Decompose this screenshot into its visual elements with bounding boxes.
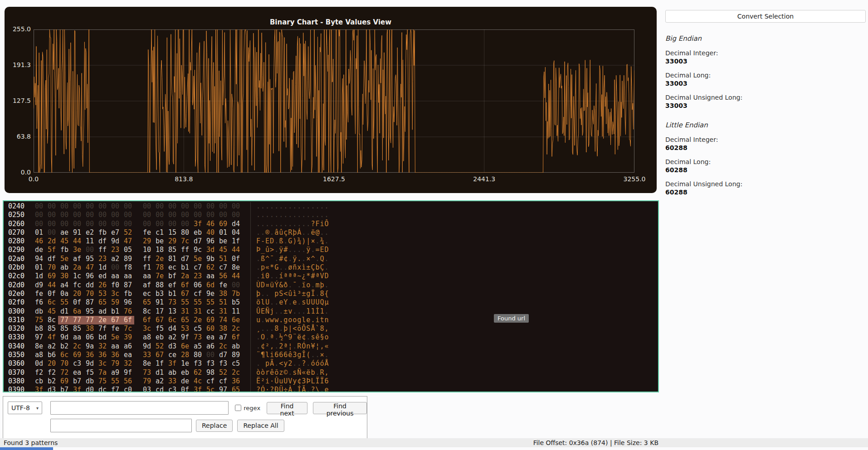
hex-byte[interactable]: 77: [83, 316, 96, 324]
ascii-char[interactable]: .: [270, 298, 274, 306]
hex-byte[interactable]: af: [71, 255, 83, 263]
ascii-char[interactable]: .: [270, 324, 274, 333]
hex-byte[interactable]: a2: [153, 377, 166, 386]
hex-byte[interactable]: 85: [166, 246, 179, 254]
hex-byte[interactable]: 36: [96, 351, 109, 359]
hex-byte[interactable]: 95: [83, 307, 96, 316]
hex-byte[interactable]: 38: [217, 290, 229, 298]
replace-input[interactable]: [50, 419, 192, 432]
hex-byte[interactable]: b5: [229, 298, 242, 307]
ascii-char[interactable]: Ï: [320, 377, 324, 385]
hex-byte[interactable]: e7: [109, 228, 122, 237]
hex-byte[interactable]: cc: [204, 307, 217, 316]
ascii-char[interactable]: .: [261, 202, 265, 210]
hex-byte[interactable]: 20: [71, 290, 83, 298]
ascii-char[interactable]: Å: [324, 359, 329, 368]
ascii-char[interactable]: .: [256, 202, 261, 210]
ascii-char[interactable]: ²: [261, 377, 265, 385]
ascii-char[interactable]: ü: [270, 281, 274, 289]
hex-byte[interactable]: 47: [122, 237, 134, 246]
ascii-char[interactable]: ¢: [302, 333, 306, 341]
hex-byte[interactable]: 00: [122, 202, 134, 211]
hex-byte[interactable]: db: [83, 377, 96, 386]
hex-byte[interactable]: 85: [58, 324, 71, 333]
hex-byte[interactable]: 7e: [153, 272, 166, 281]
ascii-char[interactable]: .: [279, 220, 283, 228]
ascii-char[interactable]: ²: [265, 342, 270, 350]
ascii-char[interactable]: .: [274, 255, 279, 263]
ascii-char[interactable]: r: [265, 368, 270, 377]
ascii-char[interactable]: |: [288, 324, 293, 333]
ascii-char[interactable]: .: [261, 316, 265, 324]
ascii-char[interactable]: .: [279, 211, 283, 219]
hex-byte[interactable]: 45: [58, 237, 71, 246]
ascii-char[interactable]: .: [288, 220, 293, 228]
ascii-char[interactable]: [261, 359, 265, 368]
hex-byte[interactable]: 1c: [71, 272, 83, 281]
ascii-char[interactable]: p: [274, 290, 279, 298]
hex-byte[interactable]: a9: [109, 368, 122, 377]
hex-byte[interactable]: 10: [141, 246, 153, 254]
hex-byte[interactable]: aa: [109, 272, 122, 281]
hex-byte[interactable]: 44: [229, 272, 242, 281]
ascii-char[interactable]: Y: [283, 298, 288, 306]
hex-byte[interactable]: d4: [166, 324, 179, 333]
hex-byte[interactable]: 65: [141, 298, 153, 307]
ascii-char[interactable]: ,: [270, 342, 274, 350]
ascii-char[interactable]: <: [283, 290, 288, 298]
hex-byte[interactable]: 6f: [141, 316, 153, 324]
ascii-char[interactable]: .: [306, 202, 311, 210]
ascii-char[interactable]: ª: [315, 272, 320, 280]
hex-byte[interactable]: 7b: [229, 290, 242, 298]
ascii-char[interactable]: y: [293, 377, 297, 385]
ascii-char[interactable]: .: [324, 211, 329, 219]
hex-byte[interactable]: bf: [166, 272, 179, 281]
ascii-column[interactable]: ............?FiÔ: [250, 220, 329, 228]
hex-byte[interactable]: 00: [166, 202, 179, 211]
ascii-char[interactable]: Á: [297, 228, 302, 237]
hex-byte[interactable]: f3: [191, 359, 204, 368]
hex-byte[interactable]: 79: [141, 377, 153, 386]
ascii-char[interactable]: .: [315, 237, 320, 245]
ascii-char[interactable]: ): [302, 237, 306, 245]
ascii-char[interactable]: D: [324, 246, 329, 254]
hex-byte[interactable]: b3: [153, 290, 166, 298]
hex-byte[interactable]: d7: [179, 255, 191, 263]
hex-byte[interactable]: 87: [83, 298, 96, 307]
ascii-char[interactable]: .: [306, 333, 311, 341]
ascii-char[interactable]: @: [315, 228, 320, 237]
hex-byte[interactable]: ae: [58, 228, 71, 237]
hex-byte[interactable]: 59: [109, 298, 122, 307]
hex-byte[interactable]: 7a: [96, 368, 109, 377]
ascii-char[interactable]: .: [315, 368, 320, 377]
ascii-char[interactable]: â: [274, 228, 279, 237]
hex-byte[interactable]: 2e: [96, 316, 109, 324]
ascii-char[interactable]: .: [293, 246, 297, 254]
ascii-char[interactable]: .: [306, 359, 311, 368]
hex-byte[interactable]: a8: [141, 333, 153, 342]
ascii-char[interactable]: S: [306, 324, 311, 333]
ascii-char[interactable]: .: [320, 202, 324, 210]
ascii-char[interactable]: .: [297, 307, 302, 315]
ascii-char[interactable]: .: [261, 228, 265, 237]
hex-byte[interactable]: 2e: [191, 316, 204, 324]
hex-byte[interactable]: fe: [217, 281, 229, 290]
ascii-column[interactable]: ................: [250, 202, 329, 211]
hex-byte[interactable]: 6e: [179, 342, 191, 351]
ascii-char[interactable]: R: [288, 228, 293, 237]
ascii-char[interactable]: V: [288, 377, 293, 385]
ascii-char[interactable]: Ï: [315, 377, 320, 385]
ascii-column[interactable]: òòrêõz©.sÑ«ëb.R,: [250, 368, 329, 377]
ascii-char[interactable]: F: [256, 237, 261, 245]
ascii-char[interactable]: ª: [283, 342, 288, 350]
hex-byte[interactable]: 44: [45, 281, 58, 290]
hex-byte[interactable]: 89: [122, 255, 134, 263]
hex-byte[interactable]: d3: [45, 386, 58, 392]
ascii-char[interactable]: w: [270, 316, 274, 324]
ascii-char[interactable]: g: [297, 316, 302, 324]
hex-byte[interactable]: fb: [96, 228, 109, 237]
ascii-char[interactable]: ê: [288, 351, 293, 359]
ascii-char[interactable]: .: [302, 202, 306, 210]
ascii-char[interactable]: ß: [279, 237, 283, 245]
hex-byte[interactable]: 8c: [141, 307, 153, 316]
